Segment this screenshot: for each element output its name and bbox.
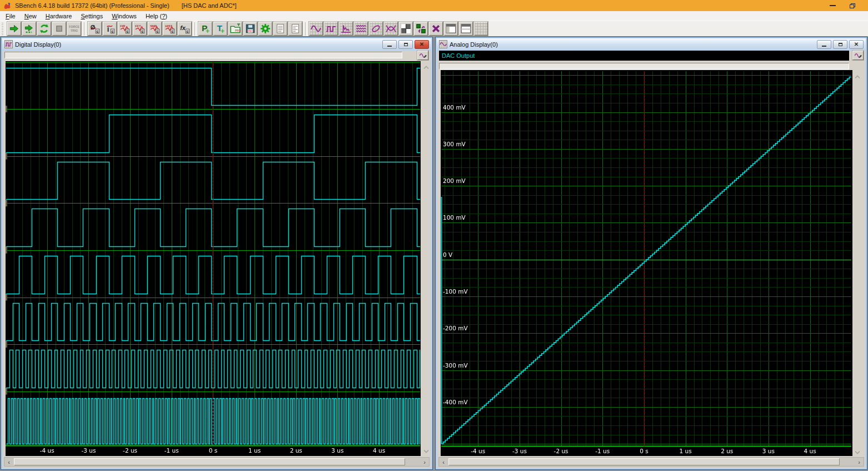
analog-restore-button[interactable] <box>833 40 847 49</box>
new-spectrum-display-button[interactable] <box>339 22 353 36</box>
digital-display-icon <box>4 40 13 48</box>
layout-vertical-button[interactable] <box>444 22 458 36</box>
calc-average-button[interactable]: Øc <box>88 22 102 36</box>
calc-snr-button[interactable]: SNRc <box>148 22 162 36</box>
scroll-right-arrow[interactable]: › <box>855 458 864 466</box>
report-alt-button[interactable] <box>288 22 302 36</box>
layout-horizontal-button[interactable] <box>459 22 473 36</box>
svg-text:c: c <box>157 29 159 33</box>
analog-progress-strip <box>439 63 849 70</box>
calc-fir-button[interactable]: FIRc <box>118 22 132 36</box>
layout-blank-button[interactable] <box>474 22 488 36</box>
analog-display-settings-button[interactable] <box>852 51 864 60</box>
app-title: SBench 6.4.18 build 17372 (64bit) (Profe… <box>15 2 169 9</box>
svg-text:PRO: PRO <box>248 30 253 33</box>
digital-minimize-button[interactable] <box>382 40 397 49</box>
menu-item-new[interactable]: New <box>20 12 41 20</box>
save-project-button[interactable]: PRO <box>243 22 257 36</box>
svg-text:c: c <box>187 29 189 33</box>
channel-scroll-down-icon[interactable] <box>855 450 860 454</box>
analog-window-title-bar[interactable]: Analog Display(0) ✕ <box>437 38 866 50</box>
digital-restore-button[interactable] <box>398 40 413 49</box>
menu-item-help[interactable]: Help (?) <box>141 12 172 20</box>
analog-horizontal-scrollbar[interactable]: ‹ › <box>438 457 864 467</box>
menu-item-settings[interactable]: Settings <box>76 12 107 20</box>
analog-minimize-button[interactable] <box>817 40 831 49</box>
calc-fft-button[interactable]: FFTc <box>133 22 147 36</box>
toolbar-separator <box>305 22 306 36</box>
toolbar-separator <box>194 22 196 36</box>
digital-display-window: Digital Display(0) ✕ ‹ › <box>1 37 433 470</box>
analog-close-button[interactable]: ✕ <box>849 40 864 49</box>
cascade-displays-button[interactable] <box>414 22 428 36</box>
digital-window-body: ‹ › <box>3 51 431 468</box>
report-button[interactable] <box>273 22 287 36</box>
svg-text:FORCE: FORCE <box>69 25 79 28</box>
new-digital-display-button[interactable] <box>324 22 338 36</box>
digital-display-settings-button[interactable] <box>417 51 428 60</box>
new-eye-display-button[interactable] <box>384 22 398 36</box>
new-text-button[interactable]: T+ <box>213 22 227 36</box>
digital-window-title-bar[interactable]: Digital Display(0) ✕ <box>2 38 431 50</box>
scroll-right-arrow[interactable]: › <box>420 458 429 466</box>
channel-scroll-up-icon[interactable] <box>423 66 429 70</box>
force-trigger-button[interactable]: FORCETRIG <box>67 22 81 36</box>
menu-item-file[interactable]: File <box>1 12 20 20</box>
app-title-bar: SBench 6.4.18 build 17372 (64bit) (Profe… <box>0 0 868 11</box>
document-title: [HS DAC and ADC*] <box>182 2 237 9</box>
calc-function-button[interactable]: fxc <box>178 22 192 36</box>
digital-plot-gutter <box>422 61 431 456</box>
digital-plot-area[interactable] <box>6 61 421 456</box>
menu-bar: FileNewHardwareSettingsWindowsHelp (?) <box>0 11 868 21</box>
analog-plot-area[interactable] <box>441 70 852 456</box>
menu-item-windows[interactable]: Windows <box>107 12 141 20</box>
new-xy-display-button[interactable] <box>369 22 383 36</box>
signal-legend-bar: DAC Output <box>439 51 849 61</box>
svg-text:c: c <box>127 29 129 33</box>
digital-progress-strip <box>4 52 402 58</box>
toolbar: FORCETRIGØcicFIRcFFTcSNRcHISTcfxcP+T+PRO… <box>0 21 868 36</box>
scroll-left-arrow[interactable]: ‹ <box>4 458 13 466</box>
svg-text:c: c <box>142 29 144 33</box>
calc-histogram-button[interactable]: HISTc <box>163 22 177 36</box>
digital-horizontal-scrollbar[interactable]: ‹ › <box>4 457 430 467</box>
toolbar-drag-handle[interactable] <box>2 23 6 35</box>
start-button[interactable] <box>7 22 21 36</box>
start-loop-button[interactable] <box>22 22 36 36</box>
stop-button[interactable] <box>52 22 66 36</box>
svg-text:+: + <box>206 27 209 34</box>
svg-text:SNR: SNR <box>150 24 157 28</box>
app-minimize-button[interactable] <box>825 1 840 10</box>
settings-gear-button[interactable] <box>258 22 272 36</box>
svg-text:i: i <box>107 25 109 33</box>
open-project-button[interactable]: PRO <box>228 22 242 36</box>
close-displays-button[interactable] <box>429 22 443 36</box>
scroll-left-arrow[interactable]: ‹ <box>439 458 448 466</box>
channel-scroll-down-icon[interactable] <box>423 449 429 453</box>
analog-window-title: Analog Display(0) <box>450 41 498 48</box>
new-data-display-button[interactable] <box>354 22 368 36</box>
calc-info-button[interactable]: ic <box>103 22 117 36</box>
sbench-app: SBench 6.4.18 build 17372 (64bit) (Profe… <box>0 0 868 471</box>
signal-name-label: DAC Output <box>439 52 475 59</box>
svg-text:c: c <box>112 29 114 33</box>
svg-text:+: + <box>221 27 225 34</box>
menu-item-hardware[interactable]: Hardware <box>41 12 77 20</box>
svg-text:c: c <box>97 29 99 33</box>
digital-close-button[interactable]: ✕ <box>415 40 429 49</box>
tile-displays-button[interactable] <box>399 22 413 36</box>
analog-scrollbar-thumb[interactable] <box>448 458 840 465</box>
svg-text:Ø: Ø <box>91 24 95 31</box>
new-project-button[interactable]: P+ <box>198 22 212 36</box>
analog-display-icon <box>439 40 447 48</box>
new-analog-display-button[interactable] <box>309 22 323 36</box>
app-restore-button[interactable] <box>845 1 860 10</box>
svg-text:TRIG: TRIG <box>71 29 78 32</box>
restart-button[interactable] <box>37 22 51 36</box>
analog-display-window: Analog Display(0) ✕ DAC Output ‹ <box>435 37 867 470</box>
analog-plot-gutter <box>854 70 862 456</box>
svg-text:fx: fx <box>180 24 186 31</box>
channel-scroll-up-icon[interactable] <box>855 75 860 79</box>
digital-scrollbar-thumb[interactable] <box>14 458 405 465</box>
svg-text:FFT: FFT <box>135 24 141 28</box>
